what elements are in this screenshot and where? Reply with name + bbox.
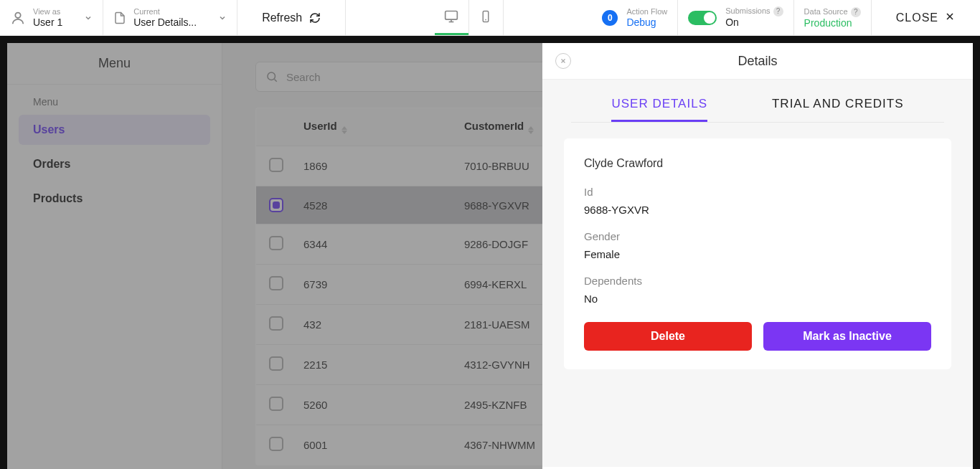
cell-userid: 1869	[293, 146, 454, 186]
datasource-label: Data Source?	[804, 7, 861, 17]
submissions-value: On	[725, 16, 783, 29]
col-userid[interactable]: UserId	[293, 108, 454, 146]
user-icon	[10, 10, 26, 26]
current-value: User Details...	[133, 16, 197, 29]
desktop-view-button[interactable]	[435, 0, 469, 35]
svg-line-9	[274, 79, 276, 81]
refresh-icon	[309, 12, 321, 24]
field-label: Gender	[584, 230, 931, 242]
actionflow-section[interactable]: 0 Action Flow Debug	[592, 0, 678, 35]
datasource-section[interactable]: Data Source? Production	[794, 0, 872, 35]
field-value: No	[584, 293, 931, 305]
help-icon: ?	[773, 6, 783, 16]
refresh-label: Refresh	[262, 11, 302, 24]
cell-userid: 432	[293, 305, 454, 345]
row-checkbox[interactable]	[269, 236, 283, 250]
datasource-value: Production	[804, 17, 861, 29]
chevron-down-icon	[218, 14, 227, 22]
field-value: Female	[584, 248, 931, 260]
field-label: Dependents	[584, 275, 931, 287]
refresh-button[interactable]: Refresh	[237, 0, 346, 35]
mobile-icon	[479, 10, 492, 26]
panel-title: Details	[571, 54, 944, 69]
field-label: Id	[584, 186, 931, 198]
close-icon	[944, 11, 956, 25]
mark-inactive-button[interactable]: Mark as Inactive	[763, 322, 931, 351]
cell-userid: 6739	[293, 265, 454, 305]
help-icon: ?	[851, 7, 861, 17]
actionflow-label: Action Flow	[626, 7, 667, 16]
svg-point-8	[268, 72, 275, 80]
cell-userid: 5260	[293, 385, 454, 425]
actionflow-badge: 0	[602, 10, 618, 26]
submissions-toggle[interactable]	[688, 11, 717, 25]
tab-user-details[interactable]: USER DETAILS	[611, 97, 707, 122]
field-value: 9688-YGXVR	[584, 204, 931, 216]
viewas-dropdown[interactable]: View as User 1	[0, 0, 103, 35]
cell-userid: 6001	[293, 425, 454, 465]
mobile-view-button[interactable]	[469, 0, 504, 35]
cell-userid: 2215	[293, 345, 454, 385]
svg-rect-1	[446, 11, 458, 19]
top-toolbar: View as User 1 Current User Details... R…	[0, 0, 980, 36]
row-checkbox[interactable]	[269, 198, 283, 212]
current-page-dropdown[interactable]: Current User Details...	[103, 0, 237, 35]
row-checkbox[interactable]	[269, 437, 283, 451]
close-button[interactable]: CLOSE	[872, 0, 980, 35]
row-checkbox[interactable]	[269, 356, 283, 371]
viewas-label: View as	[33, 7, 62, 16]
row-checkbox[interactable]	[269, 397, 283, 411]
file-icon	[113, 11, 126, 24]
viewas-value: User 1	[33, 16, 62, 29]
tab-trial-and-credits[interactable]: TRIAL AND CREDITS	[772, 97, 904, 122]
sidebar-item-products[interactable]: Products	[19, 184, 210, 214]
search-icon	[265, 70, 278, 83]
delete-button[interactable]: Delete	[584, 322, 752, 351]
sidebar-heading: Menu	[7, 85, 222, 115]
user-name: Clyde Crawford	[584, 157, 931, 170]
sidebar: Menu Menu UsersOrdersProducts	[7, 43, 222, 469]
sidebar-item-orders[interactable]: Orders	[19, 149, 210, 179]
cell-userid: 6344	[293, 224, 454, 265]
cell-userid: 4528	[293, 186, 454, 224]
monitor-icon	[444, 9, 458, 27]
current-label: Current	[133, 7, 197, 16]
submissions-section: Submissions? On	[678, 0, 793, 35]
row-checkbox[interactable]	[269, 158, 283, 172]
sidebar-title: Menu	[7, 43, 222, 85]
actionflow-value: Debug	[626, 16, 667, 28]
row-checkbox[interactable]	[269, 316, 283, 331]
chevron-down-icon	[84, 14, 93, 22]
row-checkbox[interactable]	[269, 276, 283, 290]
panel-close-button[interactable]	[555, 53, 571, 69]
preview-frame: Menu Menu UsersOrdersProducts UserIdCust…	[0, 36, 980, 469]
svg-point-0	[15, 12, 20, 17]
submissions-label: Submissions?	[725, 6, 783, 16]
details-panel: Details USER DETAILSTRIAL AND CREDITS Cl…	[542, 43, 973, 469]
close-label: CLOSE	[896, 11, 938, 24]
sidebar-item-users[interactable]: Users	[19, 115, 210, 145]
user-details-card: Clyde Crawford Id9688-YGXVRGenderFemaleD…	[564, 138, 951, 369]
